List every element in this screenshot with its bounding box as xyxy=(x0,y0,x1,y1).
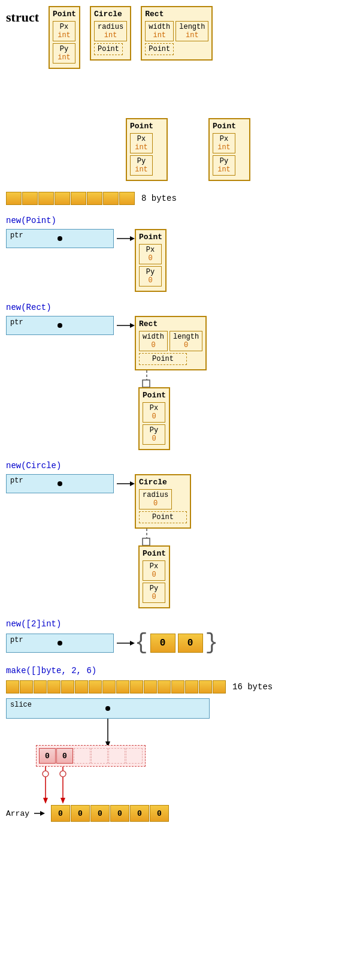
sub-slice-0a: 0 xyxy=(39,748,56,764)
array-cell-0c: 0 xyxy=(90,805,110,822)
sb-cell-8 xyxy=(102,680,116,693)
sb-cell-2 xyxy=(20,680,33,693)
new-circle-radius-cell: radius 0 xyxy=(139,489,172,509)
new-circle-section: new(Circle) ptr Circle radius 0 xyxy=(6,461,339,608)
array-arrow-icon xyxy=(34,807,46,819)
rect-point-px: Px int xyxy=(213,133,235,153)
struct-arrows-svg xyxy=(6,63,345,123)
sub-slice-empty-2 xyxy=(91,748,108,764)
bytes-16-label: 16 bytes xyxy=(232,682,273,692)
bytes-8-section: 8 bytes xyxy=(6,192,339,205)
new-point-arrow xyxy=(117,229,135,248)
new-rect-point-px: Px 0 xyxy=(143,402,165,423)
byte-cell-1 xyxy=(6,192,22,205)
svg-marker-7 xyxy=(130,323,135,328)
array-cell-0d: 0 xyxy=(110,805,129,822)
new-rect-connector xyxy=(135,370,165,387)
new-circle-connector xyxy=(135,529,165,545)
circle-radius-field: radius int xyxy=(94,21,127,41)
new-rect-arrow xyxy=(117,316,135,335)
rect-point-embedded: Point xyxy=(145,43,174,55)
byte-cell-2 xyxy=(22,192,38,205)
new-circle-ptr-label: ptr xyxy=(10,477,23,485)
new-2int-array: { 0 0 } xyxy=(135,632,218,654)
svg-rect-13 xyxy=(143,538,150,545)
circle-point-py: Py int xyxy=(130,155,153,176)
new-circle-point-dashed: Point xyxy=(139,511,187,523)
sb-cell-6 xyxy=(75,680,88,693)
svg-marker-15 xyxy=(130,641,135,646)
new-rect-ptr-box: ptr xyxy=(6,316,114,335)
new-point-section: new(Point) ptr Point Px 0 xyxy=(6,216,339,292)
new-2int-arrow xyxy=(117,634,135,653)
svg-marker-11 xyxy=(130,481,135,486)
svg-marker-5 xyxy=(130,236,135,241)
svg-marker-25 xyxy=(40,811,45,816)
sub-slice-empty-3 xyxy=(108,748,125,764)
new-circle-point-px: Px 0 xyxy=(143,560,165,581)
byte-cell-7 xyxy=(103,192,119,205)
slice-box: slice xyxy=(6,698,210,719)
circle-point-expanded: Point Px int Py int xyxy=(126,118,168,181)
sub-slice-outer: 0 0 xyxy=(36,745,146,767)
array-bottom-cells: 0 0 0 0 0 0 xyxy=(51,805,170,822)
new-point-ptr-dot xyxy=(58,236,62,241)
new-point-label: new(Point) xyxy=(6,216,339,225)
new-circle-point-py: Py 0 xyxy=(143,583,165,603)
new-2int-section: new([2]int) ptr { 0 0 } xyxy=(6,619,339,654)
sb-cell-3 xyxy=(34,680,47,693)
sb-cell-14 xyxy=(185,680,198,693)
sub-slice-empty-1 xyxy=(74,748,90,764)
array-cell-0f: 0 xyxy=(150,805,169,822)
sb-cell-5 xyxy=(61,680,74,693)
new-rect-ptr-container: ptr xyxy=(6,316,117,335)
new-circle-ptr-dot xyxy=(58,481,62,486)
new-point-ptr-container: ptr xyxy=(6,229,117,248)
slice-dot xyxy=(105,706,110,711)
byte-cell-6 xyxy=(87,192,102,205)
bytes-8-label: 8 bytes xyxy=(141,194,177,203)
new-rect-struct: Rect width 0 length 0 Point xyxy=(135,316,207,370)
byte-cell-3 xyxy=(38,192,54,205)
new-rect-width-cell: width 0 xyxy=(139,331,168,351)
new-circle-label: new(Circle) xyxy=(6,461,339,471)
array-cell-0b: 0 xyxy=(71,805,90,822)
new-point-py-cell: Py 0 xyxy=(139,266,162,287)
byte-cell-5 xyxy=(71,192,86,205)
sb-cell-7 xyxy=(89,680,102,693)
bytes-16-row: 16 bytes xyxy=(6,680,339,693)
rect-struct-box: Rect width int length int Point xyxy=(141,6,213,61)
make-section: make([]byte, 2, 6) 16 byt xyxy=(6,666,339,822)
new-2int-ptr-container: ptr xyxy=(6,634,117,653)
curly-cells: 0 0 xyxy=(148,634,205,653)
new-circle-ptr-box: ptr xyxy=(6,474,114,493)
point-struct-box: Point Px int Py int xyxy=(49,6,80,69)
slice-to-subslice-arrow xyxy=(66,719,186,749)
circle-title: Circle xyxy=(94,10,127,19)
new-2int-ptr-dot xyxy=(58,641,62,646)
array-cell-0a: 0 xyxy=(51,805,70,822)
new-rect-section: new(Rect) ptr Rect width xyxy=(6,303,339,450)
new-circle-arrow xyxy=(117,474,135,493)
new-point-px-cell: Px 0 xyxy=(139,244,162,264)
sb-cell-1 xyxy=(6,680,19,693)
point-py-field: Py int xyxy=(53,43,75,64)
point-title: Point xyxy=(53,10,76,19)
sb-cell-11 xyxy=(144,680,157,693)
slice-label: slice xyxy=(10,701,32,709)
curly-cell-0a: 0 xyxy=(150,634,175,653)
new-circle-point-expanded: Point Px 0 Py 0 xyxy=(138,545,170,608)
curly-open: { xyxy=(135,632,148,654)
new-point-struct: Point Px 0 Py 0 xyxy=(135,229,167,292)
sb-cell-9 xyxy=(116,680,129,693)
sixteen-byte-cells xyxy=(6,680,226,693)
sub-slice-0b: 0 xyxy=(56,748,73,764)
new-2int-label: new([2]int) xyxy=(6,619,339,629)
new-rect-point-dashed: Point xyxy=(139,353,187,365)
sb-cell-12 xyxy=(158,680,171,693)
new-circle-struct: Circle radius 0 Point xyxy=(135,474,191,529)
circle-struct-box: Circle radius int Point xyxy=(90,6,131,61)
new-rect-point-expanded: Point Px 0 Py 0 xyxy=(138,387,170,450)
struct-label: struct xyxy=(6,10,39,25)
sub-slice-area: 0 0 xyxy=(36,745,339,767)
